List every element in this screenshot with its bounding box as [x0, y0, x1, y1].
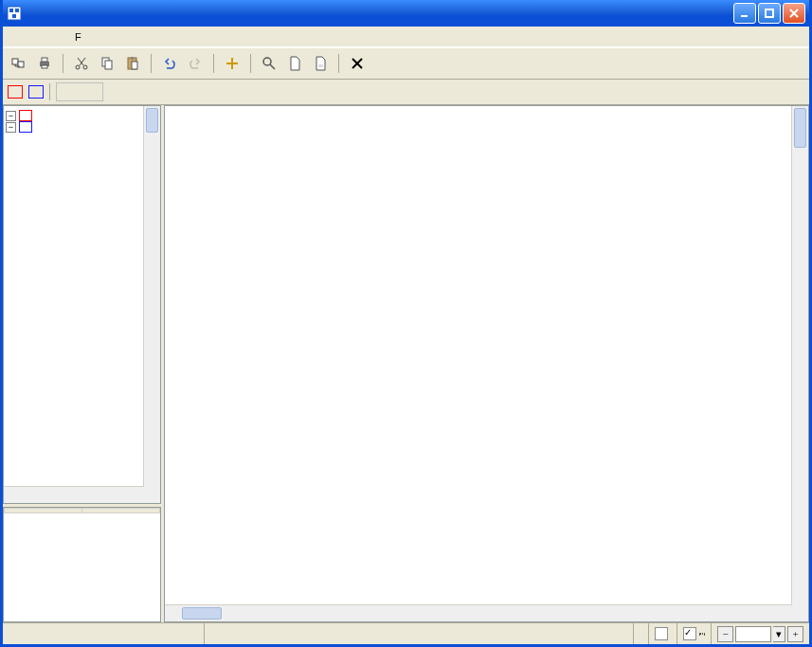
type-toolbar — [3, 80, 809, 105]
svg-line-23 — [270, 64, 275, 69]
tree-node-male[interactable]: − — [6, 121, 158, 133]
zoom-dropdown[interactable]: ▾ — [773, 626, 785, 642]
cut-icon[interactable] — [70, 52, 93, 75]
page2-icon[interactable] — [309, 52, 332, 75]
tree-panel: − − — [3, 105, 161, 504]
toolbar — [3, 47, 809, 80]
copy-icon[interactable] — [96, 52, 118, 75]
svg-rect-19 — [132, 62, 137, 69]
female-swatch-icon[interactable] — [8, 85, 23, 99]
app-icon — [7, 6, 22, 21]
svg-rect-5 — [766, 9, 773, 17]
canvas-scroll-v[interactable] — [791, 106, 808, 605]
tree-node-female[interactable]: − — [6, 110, 158, 121]
add-node-icon[interactable] — [221, 52, 244, 75]
undo-icon[interactable] — [158, 52, 181, 75]
prop-col-val[interactable] — [82, 509, 160, 513]
svg-point-13 — [76, 65, 80, 69]
minimize-button[interactable] — [733, 3, 756, 24]
paste-icon[interactable] — [121, 52, 144, 75]
titlebar[interactable] — [3, 0, 809, 27]
snap-checkbox[interactable] — [655, 627, 668, 640]
canvas[interactable] — [164, 105, 809, 622]
svg-rect-8 — [12, 59, 18, 64]
maximize-button[interactable] — [758, 3, 781, 24]
menubar: F — [3, 27, 809, 47]
svg-rect-12 — [42, 65, 47, 68]
prop-col-key[interactable] — [5, 509, 82, 513]
menu-view[interactable] — [38, 35, 51, 39]
page-icon[interactable] — [283, 52, 306, 75]
new-graph-icon[interactable] — [8, 52, 30, 75]
diagram-area[interactable] — [165, 106, 792, 605]
svg-rect-11 — [42, 58, 47, 62]
svg-rect-3 — [12, 14, 16, 18]
tree-scroll-h[interactable] — [4, 486, 144, 503]
svg-rect-24 — [318, 64, 323, 67]
menu-types[interactable] — [53, 35, 66, 39]
zoom-out-button[interactable]: − — [717, 626, 733, 642]
show-label — [699, 633, 705, 635]
properties-panel — [3, 507, 161, 622]
tree-scroll-v[interactable] — [143, 106, 160, 487]
app-window: F − — [0, 0, 812, 647]
zoom-value[interactable] — [735, 626, 771, 642]
zoom-in-button[interactable]: + — [787, 626, 803, 642]
type-name-input[interactable] — [56, 82, 103, 101]
svg-rect-16 — [105, 61, 112, 69]
print-icon[interactable] — [33, 52, 56, 75]
redo-icon[interactable] — [184, 52, 207, 75]
close-button[interactable] — [783, 3, 805, 24]
svg-point-22 — [263, 58, 271, 65]
menu-graph[interactable] — [8, 35, 21, 39]
svg-rect-2 — [15, 9, 19, 12]
svg-rect-18 — [131, 57, 134, 60]
svg-point-14 — [83, 65, 87, 69]
delete-icon[interactable] — [346, 52, 369, 75]
canvas-scroll-h[interactable] — [165, 604, 792, 621]
menu-help[interactable] — [90, 35, 103, 39]
show-checkbox[interactable] — [683, 627, 696, 640]
zoom-icon[interactable] — [258, 52, 280, 75]
svg-rect-1 — [9, 9, 13, 12]
male-swatch-icon[interactable] — [28, 85, 44, 99]
status-bar: − ▾ + — [3, 622, 809, 644]
menu-format[interactable]: F — [68, 29, 88, 45]
menu-edit[interactable] — [23, 35, 36, 39]
